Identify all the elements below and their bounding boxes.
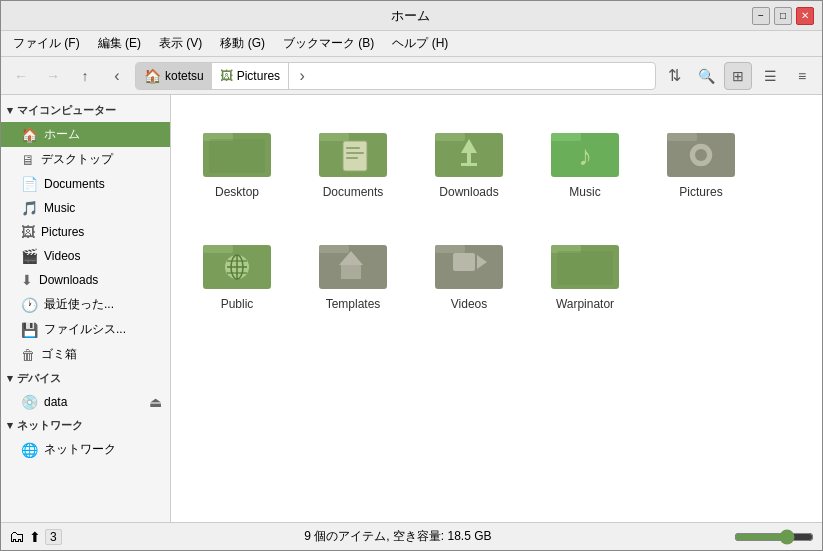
sidebar-item-desktop[interactable]: 🖥 デスクトップ bbox=[1, 147, 170, 172]
breadcrumb-bar: 🏠 kotetsu 🖼 Pictures › bbox=[135, 62, 656, 90]
warpinator-folder-label: Warpinator bbox=[556, 297, 614, 311]
breadcrumb-home-label: kotetsu bbox=[165, 69, 204, 83]
templates-folder-label: Templates bbox=[326, 297, 381, 311]
menu-help[interactable]: ヘルプ (H) bbox=[384, 33, 456, 54]
svg-rect-13 bbox=[467, 153, 471, 163]
back-button[interactable]: ← bbox=[7, 62, 35, 90]
breadcrumb-next-button[interactable]: › bbox=[288, 62, 316, 90]
title-bar: ホーム − □ ✕ bbox=[1, 1, 822, 31]
sidebar-item-music[interactable]: 🎵 Music bbox=[1, 196, 170, 220]
sidebar-item-pictures[interactable]: 🖼 Pictures bbox=[1, 220, 170, 244]
section-network[interactable]: ▾ ネットワーク bbox=[1, 414, 170, 437]
templates-folder-icon bbox=[317, 231, 389, 291]
music-folder-icon: ♪ bbox=[549, 119, 621, 179]
sidebar-item-recent[interactable]: 🕐 最近使った... bbox=[1, 292, 170, 317]
sidebar-item-data[interactable]: 💿 data ⏏ bbox=[1, 390, 170, 414]
folder-desktop[interactable]: Desktop bbox=[187, 111, 287, 207]
up-button[interactable]: ↑ bbox=[71, 62, 99, 90]
sidebar: ▾ マイコンピューター 🏠 ホーム 🖥 デスクトップ 📄 Documents 🎵… bbox=[1, 95, 171, 522]
search-button[interactable]: 🔍 bbox=[692, 62, 720, 90]
section-my-computer-label: マイコンピューター bbox=[17, 103, 116, 118]
status-bar: 🗂 ⬆ 3 9 個のアイテム, 空き容量: 18.5 GB bbox=[1, 522, 822, 550]
sidebar-item-network[interactable]: 🌐 ネットワーク bbox=[1, 437, 170, 462]
sidebar-item-pictures-label: Pictures bbox=[41, 225, 84, 239]
pictures-folder-label: Pictures bbox=[679, 185, 722, 199]
svg-rect-16 bbox=[551, 133, 581, 141]
menu-file[interactable]: ファイル (F) bbox=[5, 33, 88, 54]
music-icon: 🎵 bbox=[21, 200, 38, 216]
pictures-icon: 🖼 bbox=[21, 224, 35, 240]
view-grid-button[interactable]: ⊞ bbox=[724, 62, 752, 90]
zoom-slider[interactable] bbox=[734, 529, 814, 545]
sidebar-item-network-label: ネットワーク bbox=[44, 441, 116, 458]
toolbar: ← → ↑ ‹ 🏠 kotetsu 🖼 Pictures › ⇅ 🔍 ⊞ ☰ ≡ bbox=[1, 57, 822, 95]
view-list-button[interactable]: ≡ bbox=[788, 62, 816, 90]
desktop-icon: 🖥 bbox=[21, 152, 35, 168]
section-network-label: ネットワーク bbox=[17, 418, 83, 433]
folder-videos[interactable]: Videos bbox=[419, 223, 519, 319]
breadcrumb-home[interactable]: 🏠 kotetsu bbox=[136, 63, 212, 89]
svg-rect-5 bbox=[343, 141, 367, 171]
eject-button[interactable]: ⏏ bbox=[149, 394, 162, 410]
folder-public[interactable]: Public bbox=[187, 223, 287, 319]
folder-documents[interactable]: Documents bbox=[303, 111, 403, 207]
breadcrumb-pictures[interactable]: 🖼 Pictures bbox=[212, 63, 288, 89]
svg-point-21 bbox=[695, 149, 707, 161]
desktop-folder-label: Desktop bbox=[215, 185, 259, 199]
sidebar-item-videos[interactable]: 🎬 Videos bbox=[1, 244, 170, 268]
folder-templates[interactable]: Templates bbox=[303, 223, 403, 319]
sidebar-item-documents-label: Documents bbox=[44, 177, 105, 191]
content-area: Desktop bbox=[171, 95, 822, 522]
recent-icon: 🕐 bbox=[21, 297, 38, 313]
sidebar-item-filesystem[interactable]: 💾 ファイルシス... bbox=[1, 317, 170, 342]
maximize-button[interactable]: □ bbox=[774, 7, 792, 25]
sort-button[interactable]: ⇅ bbox=[660, 62, 688, 90]
view-compact-button[interactable]: ☰ bbox=[756, 62, 784, 90]
section-my-computer[interactable]: ▾ マイコンピューター bbox=[1, 99, 170, 122]
pictures-folder-icon: 🖼 bbox=[220, 68, 233, 83]
menu-go[interactable]: 移動 (G) bbox=[212, 33, 273, 54]
svg-text:♪: ♪ bbox=[578, 140, 592, 171]
section-devices-label: デバイス bbox=[17, 371, 61, 386]
folder-downloads[interactable]: Downloads bbox=[419, 111, 519, 207]
svg-rect-19 bbox=[667, 133, 697, 141]
svg-rect-40 bbox=[557, 251, 613, 285]
sidebar-item-home[interactable]: 🏠 ホーム bbox=[1, 122, 170, 147]
properties-button[interactable]: ⬆ bbox=[29, 529, 41, 545]
folder-warpinator[interactable]: Warpinator bbox=[535, 223, 635, 319]
svg-rect-23 bbox=[203, 245, 233, 253]
svg-rect-2 bbox=[209, 139, 265, 173]
svg-rect-9 bbox=[346, 157, 358, 159]
sidebar-item-trash[interactable]: 🗑 ゴミ箱 bbox=[1, 342, 170, 367]
forward-button[interactable]: → bbox=[39, 62, 67, 90]
prev-button[interactable]: ‹ bbox=[103, 62, 131, 90]
music-folder-label: Music bbox=[569, 185, 600, 199]
folder-music[interactable]: ♪ Music bbox=[535, 111, 635, 207]
minimize-button[interactable]: − bbox=[752, 7, 770, 25]
home-icon: 🏠 bbox=[144, 68, 161, 84]
menu-edit[interactable]: 編集 (E) bbox=[90, 33, 149, 54]
videos-icon: 🎬 bbox=[21, 248, 38, 264]
menu-view[interactable]: 表示 (V) bbox=[151, 33, 210, 54]
sidebar-item-home-label: ホーム bbox=[44, 126, 80, 143]
window-title: ホーム bbox=[69, 7, 752, 25]
filesystem-icon: 💾 bbox=[21, 322, 38, 338]
sidebar-item-trash-label: ゴミ箱 bbox=[41, 346, 77, 363]
public-folder-icon bbox=[201, 231, 273, 291]
svg-rect-31 bbox=[319, 245, 349, 253]
videos-folder-label: Videos bbox=[451, 297, 487, 311]
documents-icon: 📄 bbox=[21, 176, 38, 192]
sidebar-item-downloads[interactable]: ⬇ Downloads bbox=[1, 268, 170, 292]
home-icon: 🏠 bbox=[21, 127, 38, 143]
folder-pictures[interactable]: Pictures bbox=[651, 111, 751, 207]
documents-folder-label: Documents bbox=[323, 185, 384, 199]
menu-bookmark[interactable]: ブックマーク (B) bbox=[275, 33, 382, 54]
status-number[interactable]: 3 bbox=[45, 529, 62, 545]
section-devices[interactable]: ▾ デバイス bbox=[1, 367, 170, 390]
trash-icon: 🗑 bbox=[21, 347, 35, 363]
svg-rect-4 bbox=[319, 133, 349, 141]
sidebar-item-documents[interactable]: 📄 Documents bbox=[1, 172, 170, 196]
close-button[interactable]: ✕ bbox=[796, 7, 814, 25]
new-folder-button[interactable]: 🗂 bbox=[9, 528, 25, 546]
chevron-down-icon: ▾ bbox=[7, 104, 13, 117]
